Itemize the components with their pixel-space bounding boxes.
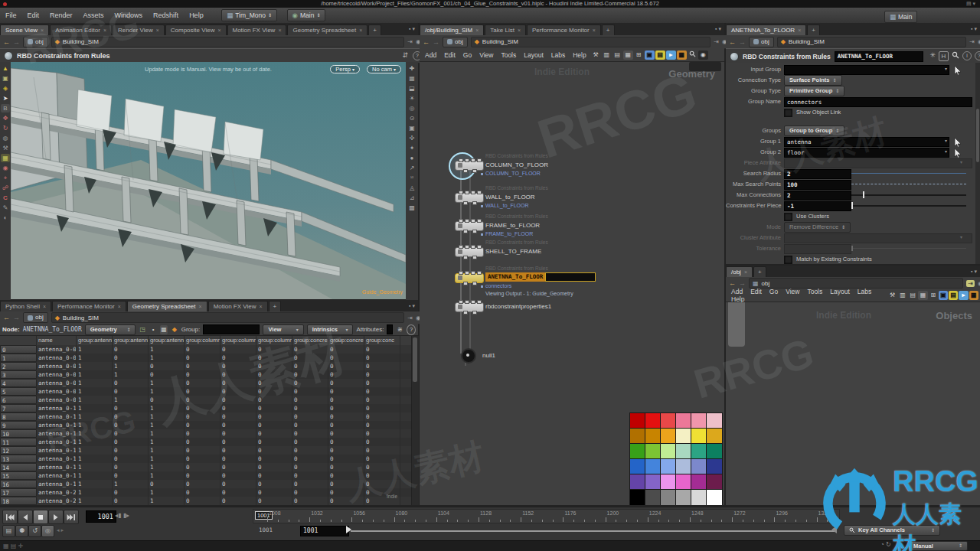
spreadsheet-body[interactable]: 0antenna_0-01010000001antenna_0-01010000… — [0, 345, 411, 505]
params-node-name-field[interactable]: ANETNNA_To_FLOOR — [835, 51, 923, 62]
pose-tool-icon[interactable]: ⚒ — [1, 144, 10, 152]
path-root[interactable]: obj — [23, 312, 48, 323]
row-index[interactable]: 3 — [0, 370, 37, 379]
node-rename-field[interactable]: ANETNNA_To_FLOOR — [485, 272, 596, 282]
param-text-field[interactable]: connectors — [784, 97, 972, 107]
palette-swatch[interactable] — [691, 444, 707, 459]
tab-animation-editor[interactable]: Animation Editor× — [50, 24, 112, 35]
profile-icon[interactable]: ⊿ — [407, 194, 416, 202]
tab-close-icon[interactable]: × — [199, 302, 202, 311]
row-index[interactable]: 7 — [0, 404, 37, 412]
numbers-icon[interactable]: ¹² — [407, 174, 416, 182]
param-combo-field[interactable]: floor — [784, 148, 949, 158]
param-value-field[interactable]: 2 — [784, 169, 851, 179]
palette-swatch[interactable] — [707, 490, 722, 505]
context-dropdown[interactable]: Geometry⇕ — [85, 324, 136, 335]
input-connector[interactable] — [471, 158, 475, 162]
listmode-icon[interactable]: ▤ — [908, 291, 917, 300]
back-icon[interactable]: ← — [729, 279, 736, 287]
key-all-channels-button[interactable]: Key All Channels⇕ — [844, 525, 940, 536]
group-input[interactable] — [203, 324, 260, 334]
table-row[interactable]: 16antenna_0-1110000000 — [0, 480, 411, 488]
menu-item-layout[interactable]: Layout — [520, 51, 547, 59]
range-slider-track[interactable] — [351, 530, 836, 532]
palette-swatch[interactable] — [630, 413, 645, 429]
menu-item-redshift[interactable]: Redshift — [148, 8, 184, 23]
vscroll-thumb[interactable] — [413, 337, 417, 382]
tab-close-icon[interactable]: × — [103, 25, 106, 35]
misc-tool-icon[interactable]: ◐ — [1, 214, 10, 222]
menu-item-view[interactable]: View — [475, 51, 497, 59]
palette-swatch[interactable] — [645, 444, 661, 459]
tab-scene-view[interactable]: Scene View× — [0, 24, 49, 35]
pane-menu-icon[interactable]: ▪ ▾ — [968, 26, 980, 32]
palette-swatch[interactable] — [645, 429, 661, 444]
palette-swatch[interactable] — [630, 474, 645, 490]
palette-swatch[interactable] — [661, 490, 676, 505]
param-menu[interactable]: Surface Points⇕ — [784, 75, 842, 86]
window-controls-icon[interactable]: ▤ ▾ — [966, 0, 975, 8]
param-slider-track[interactable] — [851, 205, 966, 207]
menu-item-labs[interactable]: Labs — [547, 51, 569, 59]
pin-icon[interactable]: ⇥ — [966, 280, 975, 287]
path-node-field[interactable]: ▦obj — [749, 278, 963, 289]
tab-geometry-spreadsheet[interactable]: Geometry Spreadsheet× — [127, 301, 207, 311]
pen-tool-icon[interactable]: ✎ — [1, 204, 10, 212]
menu-item-add[interactable]: Add — [421, 51, 440, 59]
status-icons[interactable]: ▦ ▤ ✛ — [3, 543, 23, 549]
menu-item-file[interactable]: File — [0, 8, 22, 23]
attributes-input[interactable] — [387, 324, 393, 334]
column-header[interactable]: group:columno — [256, 336, 292, 345]
tab-close-icon[interactable]: × — [41, 25, 44, 35]
output-connector[interactable] — [472, 256, 477, 259]
grid2-icon[interactable]: ▩ — [407, 204, 416, 212]
newnode-icon[interactable]: ▥ — [898, 291, 907, 300]
column-header[interactable]: group:antennai — [113, 336, 149, 345]
obj-canvas[interactable]: Indie Edition Objects — [726, 302, 980, 505]
menu-item-tools[interactable]: Tools — [803, 288, 826, 295]
light-icon[interactable]: ☀ — [407, 94, 416, 103]
tab-close-icon[interactable]: × — [156, 25, 159, 35]
menu-item-help[interactable]: Help — [184, 8, 209, 23]
palette-swatch[interactable] — [661, 459, 676, 474]
table-row[interactable]: 11antenna_0-1101000000 — [0, 438, 411, 446]
column-header[interactable]: name — [37, 336, 77, 345]
netbox-icon[interactable]: ▸ — [666, 51, 676, 60]
tab-anetnna-to-floor[interactable]: ANETNNA_To_FLOOR× — [726, 24, 806, 35]
palette-swatch[interactable] — [676, 444, 691, 459]
chevron-down-icon[interactable]: ▾ — [945, 148, 947, 154]
key-tool-icon[interactable]: ◈ — [1, 84, 10, 93]
node-tile[interactable] — [455, 221, 484, 231]
row-index[interactable]: 0 — [0, 345, 37, 354]
input-connector[interactable] — [465, 300, 469, 304]
palette-swatch[interactable] — [676, 429, 691, 444]
palette-swatch[interactable] — [707, 459, 722, 474]
table-row[interactable]: 18antenna_0-2101000000 — [0, 497, 411, 505]
snapshot-icon[interactable]: ◉ — [698, 51, 708, 60]
back-icon[interactable]: ← — [3, 314, 10, 321]
layout-icon[interactable]: ⇵ — [402, 51, 408, 60]
menu-item-labs[interactable]: Labs — [854, 288, 875, 295]
forward-icon[interactable]: → — [739, 38, 746, 46]
path-root[interactable]: obj — [443, 37, 468, 47]
play-button[interactable] — [48, 510, 64, 524]
menu-item-render[interactable]: Render — [44, 8, 78, 23]
pin-icon[interactable]: ⇥ — [407, 315, 413, 321]
magnet2-icon[interactable]: ⌖ — [1, 174, 10, 182]
rotate-tool-icon[interactable]: ↻ — [1, 124, 10, 132]
wrench-icon[interactable]: ⚒ — [591, 51, 601, 60]
palette-swatch[interactable] — [676, 474, 691, 490]
keystep-icons[interactable]: ◂ ▸ — [57, 527, 64, 533]
node-tile[interactable] — [455, 193, 484, 203]
sticky-note-icon[interactable]: ▤ — [655, 51, 665, 60]
row-index[interactable]: 1 — [0, 354, 37, 362]
new-tab-button[interactable]: + — [269, 301, 282, 311]
persp-selector[interactable]: Persp ▾ — [330, 65, 360, 73]
color-palette[interactable] — [629, 412, 723, 505]
magnet3-icon[interactable]: ☍ — [1, 184, 10, 192]
wrench-icon[interactable]: ⚒ — [887, 291, 897, 300]
row-index[interactable]: 12 — [0, 446, 37, 455]
new-tab-button[interactable]: + — [807, 24, 820, 35]
asset-icon[interactable]: ▦ — [677, 51, 687, 60]
netbox-icon[interactable]: ▸ — [959, 291, 968, 300]
